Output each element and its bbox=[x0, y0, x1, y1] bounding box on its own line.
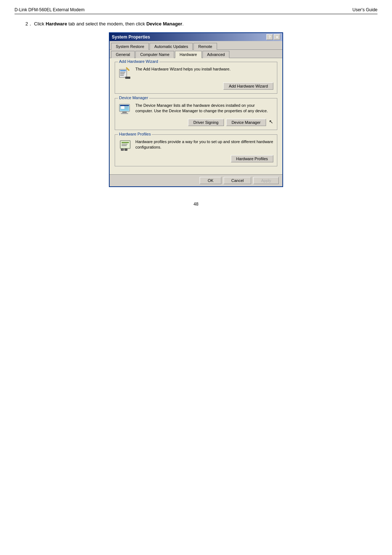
hardware-profiles-section: Hardware Profiles bbox=[115, 134, 277, 166]
add-hardware-wizard-text: The Add Hardware Wizard helps you instal… bbox=[135, 66, 273, 72]
step-bold-device-mgr: Device Manager bbox=[146, 21, 182, 27]
device-manager-text: The Device Manager lists all the hardwar… bbox=[135, 103, 273, 114]
tab-remote[interactable]: Remote bbox=[193, 43, 217, 50]
doc-title-right: User's Guide bbox=[352, 7, 377, 12]
hardware-profiles-text: Hardware profiles provide a way for you … bbox=[135, 139, 273, 150]
svg-rect-7 bbox=[125, 77, 130, 79]
hardware-profiles-button[interactable]: Hardware Profiles bbox=[231, 155, 273, 162]
tabs-row: System Restore Automatic Updates Remote bbox=[110, 41, 282, 50]
svg-rect-12 bbox=[121, 113, 128, 114]
svg-point-25 bbox=[126, 149, 127, 150]
device-manager-section: Device Manager bbox=[115, 98, 277, 130]
ok-button[interactable]: OK bbox=[200, 177, 221, 184]
step-bold-hardware: Hardware bbox=[46, 21, 67, 27]
svg-rect-1 bbox=[120, 70, 126, 71]
dialog-content: Add Hardware Wizard bbox=[110, 58, 282, 174]
device-manager-label: Device Manager bbox=[118, 96, 149, 100]
tab-automatic-updates[interactable]: Automatic Updates bbox=[150, 43, 193, 50]
svg-rect-20 bbox=[122, 144, 127, 145]
svg-point-24 bbox=[122, 149, 123, 150]
hardware-profiles-btn-row: Hardware Profiles bbox=[119, 155, 273, 162]
hardware-profiles-icon bbox=[119, 139, 132, 152]
dialog-footer: OK Cancel Apply bbox=[110, 174, 282, 186]
svg-rect-13 bbox=[121, 106, 124, 109]
hardware-profiles-label: Hardware Profiles bbox=[118, 132, 152, 136]
svg-rect-21 bbox=[122, 145, 127, 146]
add-hardware-wizard-section: Add Hardware Wizard bbox=[115, 62, 277, 94]
driver-signing-button[interactable]: Driver Signing bbox=[188, 119, 224, 126]
add-hardware-wizard-label: Add Hardware Wizard bbox=[118, 59, 159, 64]
device-manager-icon bbox=[119, 103, 132, 116]
svg-rect-19 bbox=[122, 142, 129, 143]
svg-rect-2 bbox=[120, 72, 125, 73]
step-number: 2． bbox=[25, 21, 33, 27]
doc-title-left: D-Link DFM-560EL External Modem bbox=[15, 7, 85, 12]
titlebar-controls: ? ✕ bbox=[266, 34, 280, 40]
add-hardware-wizard-body: The Add Hardware Wizard helps you instal… bbox=[119, 66, 273, 80]
device-manager-btn-row: Driver Signing Device Manager ↖ bbox=[119, 119, 273, 126]
apply-button[interactable]: Apply bbox=[253, 177, 279, 184]
add-hardware-wizard-icon bbox=[119, 66, 132, 80]
add-hardware-wizard-btn-row: Add Hardware Wizard bbox=[119, 82, 273, 90]
svg-rect-4 bbox=[120, 75, 124, 76]
doc-header: D-Link DFM-560EL External Modem User's G… bbox=[15, 7, 377, 14]
step-text-3: . bbox=[182, 21, 184, 27]
step-text-2: tab and select the modem, then click bbox=[67, 21, 146, 27]
cursor-indicator: ↖ bbox=[269, 119, 273, 126]
system-properties-dialog: System Properties ? ✕ System Restore Aut… bbox=[109, 32, 283, 187]
help-button[interactable]: ? bbox=[266, 34, 273, 40]
tab-hardware[interactable]: Hardware bbox=[175, 51, 202, 58]
dialog-wrapper: System Properties ? ✕ System Restore Aut… bbox=[15, 32, 377, 187]
device-manager-body: The Device Manager lists all the hardwar… bbox=[119, 103, 273, 116]
page-number: 48 bbox=[15, 202, 377, 207]
tab-general[interactable]: General bbox=[111, 51, 135, 58]
add-hardware-wizard-button[interactable]: Add Hardware Wizard bbox=[223, 82, 273, 90]
cancel-button[interactable]: Cancel bbox=[224, 177, 251, 184]
device-manager-button[interactable]: Device Manager bbox=[226, 119, 266, 126]
step-instruction: 2． Click Hardware tab and select the mod… bbox=[15, 21, 377, 27]
tab-computer-name[interactable]: Computer Name bbox=[135, 51, 174, 58]
tab-advanced[interactable]: Advanced bbox=[203, 51, 230, 58]
tabs-row-2: General Computer Name Hardware Advanced bbox=[110, 50, 282, 58]
svg-rect-11 bbox=[122, 112, 127, 113]
dialog-titlebar: System Properties ? ✕ bbox=[110, 33, 282, 41]
hardware-profiles-body: Hardware profiles provide a way for you … bbox=[119, 139, 273, 152]
tab-system-restore[interactable]: System Restore bbox=[111, 43, 149, 50]
close-button[interactable]: ✕ bbox=[274, 34, 280, 40]
svg-rect-3 bbox=[120, 73, 124, 74]
dialog-title: System Properties bbox=[112, 35, 150, 40]
step-text-1: Click bbox=[34, 21, 46, 27]
